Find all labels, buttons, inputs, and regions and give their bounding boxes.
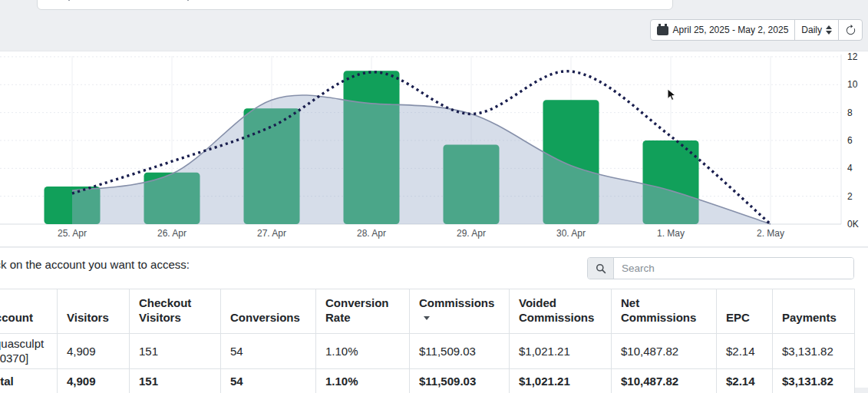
col-header-conversion-rate[interactable]: Conversion Rate (316, 289, 410, 334)
svg-text:12: 12 (847, 51, 858, 62)
chevron-down-icon (66, 0, 72, 1)
intro-text: Click on the account you want to access: (0, 258, 190, 271)
svg-text:2: 2 (847, 191, 853, 202)
svg-text:0K: 0K (847, 219, 859, 230)
col-header-payments[interactable]: Payments (773, 289, 855, 334)
date-range-label: April 25, 2025 - May 2, 2025 (673, 25, 789, 35)
refresh-button[interactable] (838, 20, 862, 40)
col-header-commissions[interactable]: Commissions (410, 289, 510, 334)
total-conversion-rate-cell: 1.10% (316, 368, 410, 393)
commissions-cell[interactable]: $11,509.03 (410, 334, 510, 369)
search-icon (596, 263, 606, 274)
total-voided-commissions-cell: $1,021.21 (510, 368, 612, 393)
date-range-button[interactable]: April 25, 2025 - May 2, 2025 (651, 20, 795, 40)
total-payments-cell: $3,131.82 (773, 368, 855, 393)
chevron-down-icon (185, 0, 191, 1)
svg-text:1. May: 1. May (657, 228, 685, 239)
svg-text:2. May: 2. May (757, 228, 784, 239)
total-commissions-cell: $11,509.03 (410, 368, 510, 393)
conversions-cell[interactable]: 54 (221, 334, 316, 369)
svg-text:29. Apr: 29. Apr (457, 228, 486, 239)
total-visitors-cell: 4,909 (58, 368, 130, 393)
account-row[interactable]: Aquasculpt [...0370] 4,909 151 54 1.10% … (0, 334, 855, 369)
epc-cell[interactable]: $2.14 (717, 334, 773, 369)
col-header-voided-commissions[interactable]: Voided Commissions (510, 289, 612, 334)
svg-text:8: 8 (847, 107, 853, 118)
conversion-rate-cell[interactable]: 1.10% (316, 334, 410, 369)
refresh-icon (845, 25, 856, 36)
total-epc-cell: $2.14 (717, 368, 773, 393)
col-header-net-commissions[interactable]: Net Commissions (612, 289, 717, 334)
col-header-visitors[interactable]: Visitors (58, 289, 130, 334)
search-group (587, 257, 854, 279)
payments-cell[interactable]: $3,131.82 (773, 334, 855, 369)
svg-text:27. Apr: 27. Apr (257, 228, 286, 239)
col-header-checkout-visitors[interactable]: Checkout Visitors (130, 289, 221, 334)
accounts-section: Click on the account you want to access:… (0, 248, 868, 388)
voided-commissions-cell[interactable]: $1,021.21 (510, 334, 612, 369)
search-addon (588, 258, 614, 279)
col-header-epc[interactable]: EPC (717, 289, 773, 334)
svg-text:26. Apr: 26. Apr (157, 228, 186, 239)
calendar-icon (657, 26, 668, 35)
mouse-cursor (667, 88, 676, 101)
date-controls-group: April 25, 2025 - May 2, 2025 Daily (650, 19, 863, 41)
total-conversions-cell: 54 (221, 368, 316, 393)
cutoff-toolbar[interactable] (37, 0, 673, 10)
total-label-cell: Total (0, 368, 58, 393)
net-commissions-cell[interactable]: $10,487.82 (612, 334, 717, 369)
svg-text:6: 6 (847, 135, 853, 146)
svg-text:25. Apr: 25. Apr (58, 228, 87, 239)
checkout-visitors-cell[interactable]: 151 (130, 334, 221, 369)
total-net-commissions-cell: $10,487.82 (612, 368, 717, 393)
search-input[interactable] (614, 258, 853, 279)
svg-text:30. Apr: 30. Apr (556, 228, 586, 239)
up-down-caret-icon (826, 25, 832, 35)
total-row: Total 4,909 151 54 1.10% $11,509.03 $1,0… (0, 368, 855, 393)
table-header-row: Account Visitors Checkout Visitors Conve… (0, 289, 855, 334)
interval-select[interactable]: Daily (794, 20, 838, 40)
account-cell[interactable]: Aquasculpt [...0370] (0, 334, 58, 369)
svg-text:4: 4 (847, 163, 853, 173)
sort-desc-icon (424, 316, 430, 320)
col-header-conversions[interactable]: Conversions (221, 289, 316, 334)
traffic-chart-card: 25. Apr26. Apr27. Apr28. Apr29. Apr30. A… (0, 51, 868, 247)
visitors-cell[interactable]: 4,909 (58, 334, 130, 369)
svg-text:10: 10 (847, 79, 858, 90)
interval-label: Daily (801, 25, 822, 35)
total-checkout-visitors-cell: 151 (130, 368, 221, 393)
col-header-account[interactable]: Account (0, 289, 58, 334)
svg-text:28. Apr: 28. Apr (357, 228, 386, 239)
accounts-table: Account Visitors Checkout Visitors Conve… (0, 289, 855, 393)
combo-chart: 25. Apr26. Apr27. Apr28. Apr29. Apr30. A… (0, 51, 868, 247)
